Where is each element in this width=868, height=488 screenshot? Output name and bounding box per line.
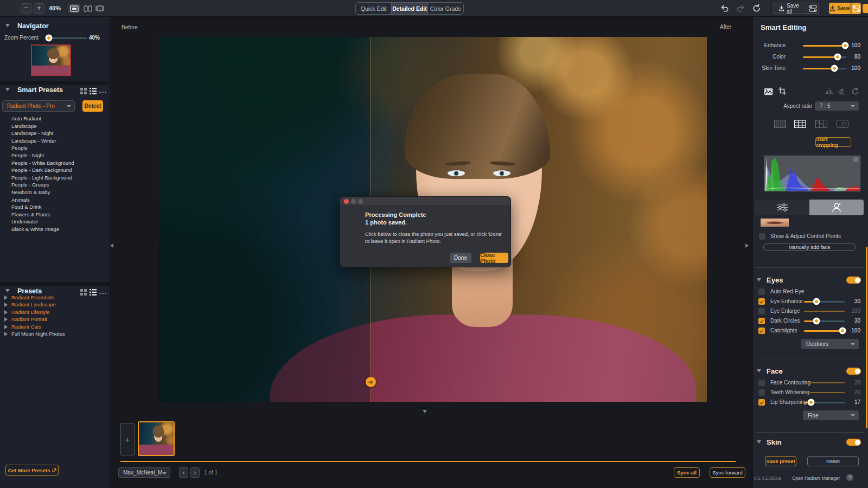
eye-enlarge-slider[interactable] <box>804 311 845 312</box>
tab-adjustments[interactable] <box>755 200 809 215</box>
grid-view-icon[interactable] <box>80 87 87 97</box>
face-contouring-checkbox[interactable] <box>758 380 765 386</box>
help-icon[interactable]: ? <box>846 474 853 481</box>
smart-preset-item[interactable]: Black & White Image <box>11 226 59 232</box>
enhance-slider[interactable] <box>803 45 846 47</box>
single-view-icon[interactable] <box>68 4 80 13</box>
smart-preset-item[interactable]: Food & Drink <box>11 204 41 210</box>
face-toggle[interactable] <box>846 368 861 375</box>
expand-group-icon[interactable] <box>4 303 8 307</box>
catchlights-checkbox[interactable] <box>758 328 765 334</box>
smart-preset-item[interactable]: Landscape <box>11 123 36 129</box>
smart-preset-item[interactable]: Landscape - Winter <box>11 138 56 144</box>
right-panel-scrollbar[interactable] <box>866 247 867 428</box>
smart-preset-item[interactable]: Newborn & Baby <box>11 189 50 195</box>
expand-group-icon[interactable] <box>4 317 8 322</box>
close-photo-button[interactable]: Close Photo <box>480 253 508 263</box>
expand-group-icon[interactable] <box>4 310 8 314</box>
face-contouring-slider[interactable] <box>804 382 845 383</box>
smart-preset-item[interactable]: Flowers & Plants <box>11 211 50 217</box>
reset-button[interactable]: Reset <box>807 456 859 466</box>
smart-preset-dropdown[interactable]: Radiant Photo - Pro <box>2 100 75 112</box>
get-more-presets-button[interactable]: Get More Presets <box>5 465 59 476</box>
preset-group[interactable]: Radiant Essentials <box>11 294 54 300</box>
lip-sharpening-checkbox[interactable] <box>758 399 765 406</box>
smart-preset-item[interactable]: People - Light Background <box>11 175 72 181</box>
image-icon[interactable] <box>764 88 773 98</box>
smart-preset-item[interactable]: Underwater <box>11 219 38 224</box>
next-photo-button[interactable]: › <box>190 467 200 478</box>
smart-preset-item[interactable]: Animals <box>11 197 30 203</box>
save-options-icon[interactable] <box>851 3 861 14</box>
tab-quick-edit[interactable]: Quick Edit <box>356 3 392 14</box>
collapse-eyes-icon[interactable] <box>757 278 761 281</box>
expand-group-icon[interactable] <box>4 325 8 329</box>
smart-preset-item[interactable]: People <box>11 145 28 151</box>
manually-add-face-button[interactable]: Manually add face <box>763 243 856 251</box>
account-icon[interactable] <box>863 4 868 13</box>
preset-group[interactable]: Radiant Portrait <box>11 316 47 322</box>
collapse-right-panel-icon[interactable] <box>745 243 749 248</box>
add-photo-tile[interactable]: + <box>120 423 135 455</box>
save-button[interactable]: Save <box>829 3 851 14</box>
teeth-whitening-slider[interactable] <box>804 392 845 393</box>
zoom-in-button[interactable]: + <box>34 3 44 14</box>
preset-group[interactable]: Radiant Lifestyle <box>11 309 49 315</box>
detect-button[interactable]: Detect <box>82 100 103 112</box>
maximize-window-icon[interactable] <box>358 199 363 204</box>
dark-circles-checkbox[interactable] <box>758 318 765 324</box>
redo-icon[interactable] <box>736 4 745 15</box>
zoom-out-button[interactable]: − <box>21 3 31 14</box>
control-points-checkbox[interactable] <box>759 233 765 240</box>
expand-group-icon[interactable] <box>4 296 8 300</box>
grid-view-icon[interactable] <box>80 288 87 298</box>
minimize-window-icon[interactable] <box>351 199 356 204</box>
zoom-percent-slider[interactable] <box>46 37 87 39</box>
aspect-ratio-dropdown[interactable]: 7 : 5 <box>815 101 859 111</box>
save-all-options-icon[interactable] <box>807 3 819 14</box>
smart-preset-item[interactable]: People - Groups <box>11 182 49 188</box>
lip-sharpening-slider[interactable] <box>804 402 845 403</box>
filename-dropdown[interactable]: Max_McNeal_Martin_ <box>118 467 170 478</box>
histogram[interactable] <box>764 156 860 191</box>
crop-icon[interactable] <box>778 87 787 98</box>
save-all-button[interactable]: Save all <box>774 3 819 14</box>
collapse-left-panel-icon[interactable] <box>110 243 113 248</box>
more-options-icon[interactable] <box>99 89 106 95</box>
catchlights-slider[interactable] <box>804 330 845 332</box>
preset-group[interactable]: Full Moon Night Photos <box>11 331 65 337</box>
reset-icon[interactable] <box>752 4 761 15</box>
eye-enlarge-checkbox[interactable] <box>758 308 765 314</box>
preset-group[interactable]: Radiant Cats <box>11 324 41 330</box>
eyes-toggle[interactable] <box>846 277 861 284</box>
skin-toggle[interactable] <box>846 439 861 446</box>
grid-diagonal-icon[interactable] <box>815 120 827 130</box>
eye-enhance-checkbox[interactable] <box>758 298 765 305</box>
catchlights-style-dropdown[interactable]: Outdoors <box>801 339 859 349</box>
sync-forward-button[interactable]: Sync forward <box>710 467 745 478</box>
more-options-icon[interactable] <box>99 290 106 297</box>
smart-preset-item[interactable]: Landscape - Night <box>11 130 53 136</box>
rotate-icon[interactable] <box>851 87 859 98</box>
tab-portrait[interactable] <box>809 200 864 215</box>
dialog-titlebar[interactable] <box>340 197 510 206</box>
collapse-navigator-icon[interactable] <box>5 24 10 27</box>
split-view-icon[interactable] <box>82 4 93 13</box>
compare-view-icon[interactable] <box>94 4 105 13</box>
collapse-skin-icon[interactable] <box>757 440 761 444</box>
previous-photo-button[interactable]: ‹ <box>179 467 188 478</box>
done-button[interactable]: Done <box>450 253 471 263</box>
lip-sharpening-mode-dropdown[interactable]: Fine <box>803 410 859 420</box>
flip-horizontal-icon[interactable] <box>825 88 833 98</box>
save-preset-button[interactable]: Save preset <box>765 456 796 466</box>
flip-vertical-icon[interactable] <box>838 88 845 98</box>
open-radiant-manager-link[interactable]: Open Radiant Manager <box>792 476 840 481</box>
tab-detailed-edit[interactable]: Detailed Edit <box>392 3 427 14</box>
auto-red-eye-checkbox[interactable] <box>758 288 765 295</box>
expand-group-icon[interactable] <box>4 332 8 336</box>
detected-face-thumbnail[interactable] <box>761 219 789 227</box>
undo-icon[interactable] <box>720 4 729 15</box>
split-slider-handle[interactable] <box>366 377 376 387</box>
collapse-smart-presets-icon[interactable] <box>5 88 10 91</box>
collapse-filmstrip-icon[interactable] <box>423 410 427 413</box>
